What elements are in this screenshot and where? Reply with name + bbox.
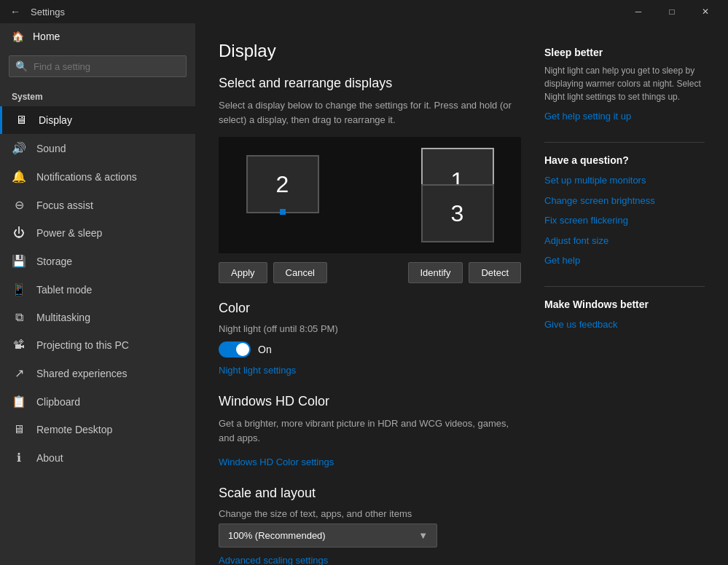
sidebar-item-display[interactable]: 🖥 Display	[0, 106, 195, 134]
display-buttons-row: Apply Cancel Identify Detect	[219, 262, 521, 283]
sidebar-item-focus-label: Focus assist	[36, 199, 93, 211]
scale-title: Scale and layout	[219, 486, 521, 501]
maximize-button[interactable]: □	[655, 0, 689, 23]
sidebar-item-sound[interactable]: 🔊 Sound	[0, 134, 195, 162]
titlebar-title: Settings	[31, 7, 622, 17]
link-fix-flickering[interactable]: Fix screen flickering	[544, 212, 705, 229]
sidebar-item-projecting-label: Projecting to this PC	[36, 339, 129, 351]
better-title: Make Windows better	[544, 299, 705, 310]
scale-label: Change the size of text, apps, and other…	[219, 508, 521, 519]
divider-2	[544, 286, 705, 287]
projecting-icon: 📽	[12, 339, 26, 352]
close-button[interactable]: ✕	[689, 0, 722, 23]
hd-color-desc: Get a brighter, more vibrant picture in …	[219, 416, 521, 445]
sidebar-item-sound-label: Sound	[36, 143, 66, 154]
divider-1	[544, 142, 705, 143]
link-get-help[interactable]: Get help	[544, 252, 705, 269]
link-set-up-monitors[interactable]: Set up multiple monitors	[544, 172, 705, 189]
remote-icon: 🖥	[12, 423, 26, 436]
question-section: Have a question? Set up multiple monitor…	[544, 154, 705, 269]
sleep-link[interactable]: Get help setting it up	[544, 108, 705, 125]
monitor-3-label: 3	[451, 200, 464, 227]
night-light-toggle[interactable]	[219, 341, 251, 357]
sidebar-item-about-label: About	[36, 452, 63, 464]
multitasking-icon: ⧉	[12, 311, 26, 324]
sidebar-item-home[interactable]: 🏠 Home	[0, 23, 195, 50]
advanced-scaling-link[interactable]: Advanced scaling settings	[219, 555, 328, 565]
sidebar-item-tablet[interactable]: 📱 Tablet mode	[0, 275, 195, 304]
monitor-3[interactable]: 3	[421, 184, 494, 242]
sidebar-item-focus[interactable]: ⊖ Focus assist	[0, 191, 195, 219]
storage-icon: 💾	[12, 254, 26, 268]
monitor-2[interactable]: 2	[246, 155, 319, 213]
monitor-arrangement: 2 1 3	[246, 148, 494, 242]
link-change-brightness[interactable]: Change screen brightness	[544, 192, 705, 209]
sidebar-item-remote[interactable]: 🖥 Remote Desktop	[0, 416, 195, 443]
display-icon: 🖥	[14, 114, 28, 127]
apply-button[interactable]: Apply	[219, 262, 267, 283]
hd-color-section: Windows HD Color Get a brighter, more vi…	[219, 394, 521, 468]
sidebar-item-shared[interactable]: ↗ Shared experiences	[0, 359, 195, 387]
night-light-label: Night light (off until 8:05 PM)	[219, 323, 521, 334]
hd-color-settings-link[interactable]: Windows HD Color settings	[219, 457, 334, 467]
scale-select[interactable]: 100% (Recommended) ▼	[219, 523, 437, 548]
sidebar-item-power-label: Power & sleep	[36, 227, 102, 239]
select-arrow-icon: ▼	[418, 530, 428, 541]
sidebar-item-about[interactable]: ℹ About	[0, 443, 195, 472]
home-label: Home	[33, 31, 60, 42]
content-area: Display Select and rearrange displays Se…	[195, 23, 728, 565]
night-light-toggle-row: On	[219, 341, 521, 357]
sidebar-item-projecting[interactable]: 📽 Projecting to this PC	[0, 331, 195, 359]
color-section: Color Night light (off until 8:05 PM) On…	[219, 301, 521, 376]
hd-color-title: Windows HD Color	[219, 394, 521, 409]
sleep-desc: Night light can help you get to sleep by…	[544, 64, 705, 103]
sleep-title: Sleep better	[544, 47, 705, 58]
about-icon: ℹ	[12, 451, 26, 465]
detect-button[interactable]: Detect	[469, 262, 521, 283]
question-title: Have a question?	[544, 154, 705, 166]
cancel-button[interactable]: Cancel	[273, 262, 327, 283]
minimize-button[interactable]: ─	[622, 0, 655, 23]
sleep-section: Sleep better Night light can help you ge…	[544, 47, 705, 125]
sound-icon: 🔊	[12, 141, 26, 155]
sidebar-item-power[interactable]: ⏻ Power & sleep	[0, 219, 195, 247]
titlebar: ← Settings ─ □ ✕	[0, 0, 728, 23]
sidebar-item-display-label: Display	[39, 114, 72, 126]
sidebar-item-clipboard-label: Clipboard	[36, 396, 80, 408]
back-button[interactable]: ←	[6, 3, 25, 20]
toggle-on-label: On	[258, 344, 272, 355]
select-displays-title: Select and rearrange displays	[219, 76, 521, 91]
display-area: 2 1 3	[219, 137, 521, 253]
sidebar-item-notifications[interactable]: 🔔 Notifications & actions	[0, 162, 195, 191]
tablet-icon: 📱	[12, 282, 26, 296]
search-box[interactable]: 🔍	[9, 55, 187, 77]
monitor-2-label: 2	[276, 171, 289, 198]
select-displays-desc: Select a display below to change the set…	[219, 98, 521, 127]
sidebar-item-remote-label: Remote Desktop	[36, 424, 112, 435]
home-icon: 🏠	[12, 31, 24, 42]
scale-value: 100% (Recommended)	[228, 530, 326, 541]
search-input[interactable]	[34, 61, 180, 72]
sidebar-item-storage[interactable]: 💾 Storage	[0, 247, 195, 275]
sidebar: 🏠 Home 🔍 System 🖥 Display 🔊 Sound 🔔 Noti…	[0, 23, 195, 565]
shared-icon: ↗	[12, 366, 26, 380]
right-sidebar: Sleep better Night light can help you ge…	[544, 41, 705, 548]
feedback-link[interactable]: Give us feedback	[544, 316, 705, 333]
night-light-settings-link[interactable]: Night light settings	[219, 365, 296, 376]
focus-icon: ⊖	[12, 198, 26, 212]
page-title: Display	[219, 41, 521, 61]
sidebar-item-clipboard[interactable]: 📋 Clipboard	[0, 387, 195, 416]
window-controls: ─ □ ✕	[622, 0, 722, 23]
toggle-knob	[236, 343, 249, 356]
sidebar-item-storage-label: Storage	[36, 256, 72, 267]
identify-button[interactable]: Identify	[408, 262, 463, 283]
better-section: Make Windows better Give us feedback	[544, 299, 705, 333]
sidebar-item-notifications-label: Notifications & actions	[36, 171, 137, 183]
color-title: Color	[219, 301, 521, 316]
notifications-icon: 🔔	[12, 170, 26, 183]
link-adjust-font[interactable]: Adjust font size	[544, 232, 705, 249]
sidebar-item-multitasking[interactable]: ⧉ Multitasking	[0, 304, 195, 331]
sidebar-item-tablet-label: Tablet mode	[36, 284, 92, 296]
search-icon: 🔍	[15, 60, 28, 72]
power-icon: ⏻	[12, 226, 26, 240]
